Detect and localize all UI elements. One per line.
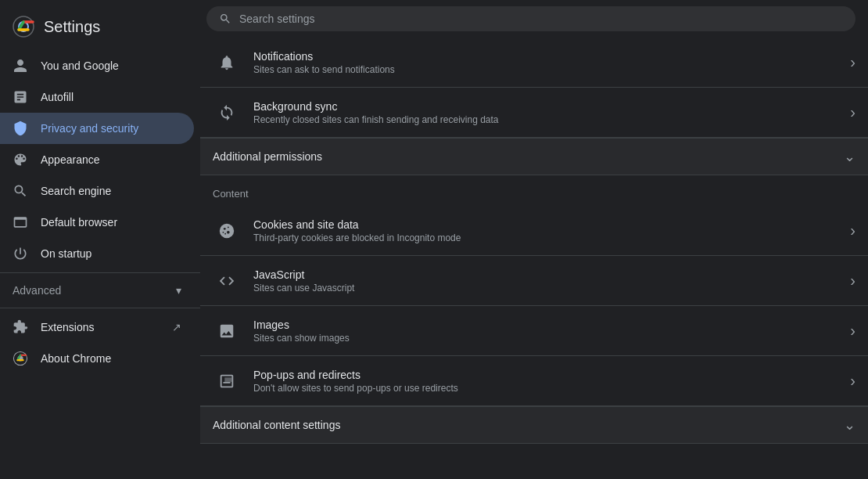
code-icon: [213, 267, 241, 295]
image-icon: [213, 317, 241, 345]
palette-icon: [13, 152, 28, 167]
notifications-title: Notifications: [253, 50, 838, 63]
sidebar: Settings You and Google Autofill Privacy…: [0, 0, 200, 479]
about-chrome-label: About Chrome: [41, 352, 111, 365]
popups-title: Pop-ups and redirects: [253, 369, 838, 381]
settings-item-notifications[interactable]: Notifications Sites can ask to send noti…: [200, 38, 868, 88]
svg-point-5: [224, 227, 226, 229]
sidebar-item-on-startup[interactable]: On startup: [0, 238, 194, 269]
power-icon: [13, 246, 28, 261]
chevron-right-icon: [850, 103, 855, 121]
sidebar-item-autofill[interactable]: Autofill: [0, 81, 194, 113]
main-content: Notifications Sites can ask to send noti…: [200, 0, 868, 479]
search-input-wrapper[interactable]: [206, 6, 855, 31]
sidebar-header: Settings: [0, 6, 200, 50]
content-section-label: Content: [200, 175, 868, 206]
search-bar: [200, 0, 868, 38]
images-title: Images: [253, 319, 838, 331]
sidebar-item-advanced[interactable]: Advanced ▾: [0, 276, 194, 304]
svg-point-6: [228, 226, 229, 228]
settings-item-images[interactable]: Images Sites can show images: [200, 306, 868, 356]
search-input[interactable]: [239, 13, 843, 25]
notifications-subtitle: Sites can ask to send notifications: [253, 64, 838, 75]
extensions-label: Extensions: [41, 321, 94, 333]
person-icon: [13, 58, 28, 74]
sidebar-item-label: Search engine: [41, 185, 111, 197]
chrome-logo-icon: [13, 16, 34, 38]
browser-icon: [13, 214, 28, 230]
advanced-label: Advanced: [13, 284, 61, 297]
additional-content-settings-header[interactable]: Additional content settings: [200, 406, 868, 444]
cookies-text: Cookies and site data Third-party cookie…: [253, 218, 838, 243]
sidebar-item-label: Default browser: [41, 216, 117, 229]
sidebar-item-extensions[interactable]: Extensions ↗: [0, 312, 194, 343]
chevron-down-icon: [844, 148, 855, 165]
chevron-right-icon: [850, 372, 855, 390]
additional-permissions-label: Additional permissions: [213, 150, 322, 163]
settings-item-popups[interactable]: Pop-ups and redirects Don't allow sites …: [200, 356, 868, 406]
svg-point-8: [227, 231, 230, 234]
popups-subtitle: Don't allow sites to send pop-ups or use…: [253, 383, 838, 394]
background-sync-subtitle: Recently closed sites can finish sending…: [253, 114, 838, 125]
popup-icon: [213, 367, 241, 395]
search-icon: [13, 183, 28, 199]
autofill-icon: [13, 89, 28, 105]
sidebar-item-privacy-and-security[interactable]: Privacy and security: [0, 113, 194, 144]
sidebar-item-you-and-google[interactable]: You and Google: [0, 50, 194, 81]
settings-item-javascript[interactable]: JavaScript Sites can use Javascript: [200, 256, 868, 306]
bell-icon: [213, 49, 241, 77]
chevron-right-icon: [850, 322, 855, 340]
chevron-down-icon: [844, 416, 855, 434]
popups-text: Pop-ups and redirects Don't allow sites …: [253, 369, 838, 394]
sync-icon: [213, 99, 241, 127]
sidebar-item-appearance[interactable]: Appearance: [0, 144, 194, 175]
sidebar-item-search-engine[interactable]: Search engine: [0, 175, 194, 207]
cookies-subtitle: Third-party cookies are blocked in Incog…: [253, 232, 838, 243]
chevron-right-icon: [850, 272, 855, 290]
external-link-icon: ↗: [172, 321, 181, 333]
sidebar-divider-2: [0, 308, 200, 308]
svg-point-4: [220, 223, 234, 237]
notifications-text: Notifications Sites can ask to send noti…: [253, 50, 838, 75]
info-icon: [13, 351, 28, 366]
sidebar-item-label: Appearance: [41, 153, 100, 166]
background-sync-text: Background sync Recently closed sites ca…: [253, 100, 838, 125]
sidebar-item-label: On startup: [41, 247, 91, 260]
background-sync-title: Background sync: [253, 100, 838, 113]
cookie-icon: [213, 217, 241, 245]
sidebar-divider: [0, 272, 200, 273]
chevron-right-icon: [850, 221, 855, 240]
javascript-title: JavaScript: [253, 268, 838, 281]
settings-list: Notifications Sites can ask to send noti…: [200, 38, 868, 444]
javascript-subtitle: Sites can use Javascript: [253, 283, 838, 294]
settings-item-background-sync[interactable]: Background sync Recently closed sites ca…: [200, 88, 868, 138]
additional-content-settings-label: Additional content settings: [213, 419, 340, 431]
extensions-icon: [13, 319, 28, 335]
cookies-title: Cookies and site data: [253, 218, 838, 231]
shield-icon: [13, 121, 28, 136]
sidebar-item-default-browser[interactable]: Default browser: [0, 207, 194, 238]
sidebar-title: Settings: [44, 18, 100, 36]
settings-item-cookies[interactable]: Cookies and site data Third-party cookie…: [200, 206, 868, 256]
chevron-right-icon: [850, 53, 855, 71]
images-text: Images Sites can show images: [253, 319, 838, 344]
search-icon: [219, 13, 231, 25]
additional-permissions-header[interactable]: Additional permissions: [200, 138, 868, 175]
sidebar-item-about-chrome[interactable]: About Chrome: [0, 343, 194, 374]
chevron-down-icon: ▾: [176, 284, 181, 297]
javascript-text: JavaScript Sites can use Javascript: [253, 268, 838, 294]
images-subtitle: Sites can show images: [253, 333, 838, 344]
svg-point-9: [224, 232, 226, 234]
svg-point-7: [223, 231, 224, 232]
sidebar-item-label: Autofill: [41, 91, 74, 103]
sidebar-item-label: Privacy and security: [41, 122, 138, 135]
sidebar-item-label: You and Google: [41, 59, 119, 72]
